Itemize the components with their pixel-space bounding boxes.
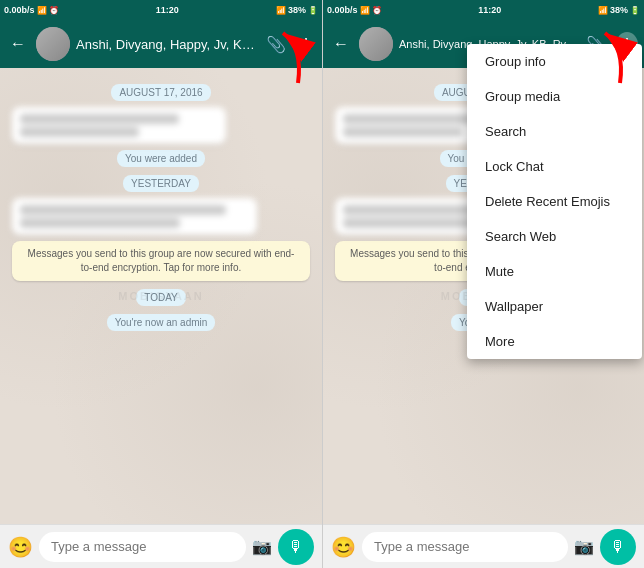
status-bar-right-icons: 📶 38% 🔋 [276,5,318,15]
clock-icon: ⏰ [49,6,59,15]
back-button-left[interactable]: ← [6,31,30,57]
signal-icon: 📶 [276,6,286,15]
status-bar-left-icons: 0.00b/s 📶 ⏰ [4,5,59,15]
mic-button-left[interactable]: 🎙 [278,529,314,565]
wifi-icon-right: 📶 [360,6,370,15]
clock-icon-right: ⏰ [372,6,382,15]
menu-item-lock-chat[interactable]: Lock Chat [467,149,642,184]
group-avatar-right[interactable] [359,27,393,61]
time-text-right: 11:20 [478,5,501,15]
menu-item-more[interactable]: More [467,324,642,359]
menu-item-mute[interactable]: Mute [467,254,642,289]
group-name-left: Anshi, Divyang, Happy, Jv, KB, Ryan, Yas… [76,37,258,52]
message-input-left[interactable] [39,532,246,562]
menu-item-group-info[interactable]: Group info [467,44,642,79]
date-chip-left: AUGUST 17, 2016 [8,82,314,101]
battery-icon-right: 🔋 [630,6,640,15]
input-bar-left: 😊 📷 🎙 [0,524,322,568]
time-text: 11:20 [156,5,179,15]
status-icons-right: 0.00b/s 📶 ⏰ [327,5,382,15]
added-msg-left: You were added [8,148,314,167]
menu-item-search[interactable]: Search [467,114,642,149]
input-bar-right: 😊 📷 🎙 [323,524,644,568]
chat-body-left: MOBIGYAAN AUGUST 17, 2016 You were added… [0,68,322,524]
more-icon-left[interactable]: ⋮ [296,33,316,56]
attach-icon-left[interactable]: 📎 [264,33,288,56]
yesterday-chip-left: YESTERDAY [8,173,314,192]
menu-item-delete-emojis[interactable]: Delete Recent Emojis [467,184,642,219]
speed-text-right: 0.00b/s [327,5,358,15]
camera-button-left[interactable]: 📷 [252,537,272,556]
today-chip-left: TODAY [8,287,314,306]
emoji-button-right[interactable]: 😊 [331,535,356,559]
header-info-left: Anshi, Divyang, Happy, Jv, KB, Ryan, Yas… [76,37,258,52]
header-icons-left: 📎 ⋮ [264,33,316,56]
signal-icon-right: 📶 [598,6,608,15]
camera-button-right[interactable]: 📷 [574,537,594,556]
screens-container: 0.00b/s 📶 ⏰ 11:20 📶 38% 🔋 ← Anshi, Divya… [0,0,644,568]
admin-msg-left: You're now an admin [8,312,314,331]
group-avatar-left[interactable] [36,27,70,61]
menu-item-group-media[interactable]: Group media [467,79,642,114]
speed-text: 0.00b/s [4,5,35,15]
battery-icon: 🔋 [308,6,318,15]
status-bar-right: 0.00b/s 📶 ⏰ 11:20 📶 38% 🔋 [323,0,644,20]
mic-button-right[interactable]: 🎙 [600,529,636,565]
battery-right: 📶 38% 🔋 [598,5,640,15]
wifi-icon: 📶 [37,6,47,15]
context-menu: Group info Group media Search Lock Chat … [467,44,642,359]
encryption-bubble-left: Messages you send to this group are now … [12,241,310,281]
message-input-right[interactable] [362,532,568,562]
battery-text-right: 38% [610,5,628,15]
blurred-msg-yesterday-left [12,198,257,235]
right-screen: 0.00b/s 📶 ⏰ 11:20 📶 38% 🔋 ← Anshi, Divya… [322,0,644,568]
menu-item-search-web[interactable]: Search Web [467,219,642,254]
emoji-button-left[interactable]: 😊 [8,535,33,559]
battery-text: 38% [288,5,306,15]
chat-header-left: ← Anshi, Divyang, Happy, Jv, KB, Ryan, Y… [0,20,322,68]
menu-item-wallpaper[interactable]: Wallpaper [467,289,642,324]
mic-icon-right: 🎙 [610,538,626,556]
back-button-right[interactable]: ← [329,31,353,57]
left-screen: 0.00b/s 📶 ⏰ 11:20 📶 38% 🔋 ← Anshi, Divya… [0,0,322,568]
blurred-incoming-left [12,107,226,144]
mic-icon-left: 🎙 [288,538,304,556]
status-bar-left: 0.00b/s 📶 ⏰ 11:20 📶 38% 🔋 [0,0,322,20]
